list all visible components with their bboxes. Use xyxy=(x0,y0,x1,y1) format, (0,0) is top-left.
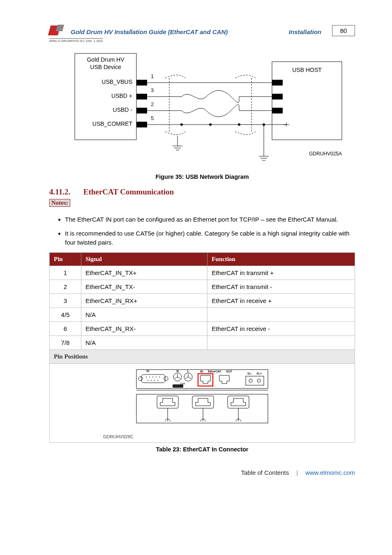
cell-pin: 2 xyxy=(50,280,81,294)
section-number: 4.11.2. xyxy=(49,187,81,197)
svg-text:EtherCAT: EtherCAT xyxy=(208,370,221,373)
svg-text:IN: IN xyxy=(200,370,203,373)
sig-dplus: USBD + xyxy=(111,92,132,99)
cell-function: EtherCAT in receive - xyxy=(208,322,355,336)
svg-point-43 xyxy=(157,380,158,381)
svg-point-35 xyxy=(146,377,147,377)
cell-function: EtherCAT in transmit - xyxy=(208,280,355,294)
svg-point-41 xyxy=(151,380,152,381)
svg-rect-49 xyxy=(173,384,183,388)
device-label-line2: USB Device xyxy=(90,64,121,70)
footer-separator: | xyxy=(296,469,298,476)
pin-positions-label: Pin Positions xyxy=(50,350,355,364)
cell-signal: EtherCAT_IN_RX- xyxy=(81,322,208,336)
table-row: 1 EtherCAT_IN_TX+ EtherCAT in transmit + xyxy=(50,266,355,280)
page-header: Gold Drum HV Installation Guide (EtherCA… xyxy=(49,25,355,36)
toc-link[interactable]: Table of Contents xyxy=(241,469,289,476)
svg-point-16 xyxy=(209,123,212,126)
svg-rect-5 xyxy=(136,94,147,99)
table-row: 7/8 N/A xyxy=(50,336,355,350)
cell-function xyxy=(208,336,355,350)
th-signal: Signal xyxy=(81,253,208,266)
ethercat-in-table: Pin Signal Function 1 EtherCAT_IN_TX+ Et… xyxy=(49,252,355,443)
pin-2: 2 xyxy=(151,101,154,107)
table-row: 3 EtherCAT_IN_RX+ EtherCAT in receive + xyxy=(50,294,355,308)
table-row: 6 EtherCAT_IN_RX- EtherCAT in receive - xyxy=(50,322,355,336)
cell-pin: 4/5 xyxy=(50,308,81,322)
device-label-line1: Gold Drum HV xyxy=(87,56,125,63)
doc-title: Gold Drum HV Installation Guide (EtherCA… xyxy=(70,28,286,36)
pin-5: 5 xyxy=(151,115,154,121)
svg-point-40 xyxy=(148,380,148,381)
svg-rect-2 xyxy=(136,80,147,86)
svg-point-17 xyxy=(238,123,240,126)
pin-1: 1 xyxy=(151,73,154,79)
pin-3: 3 xyxy=(151,87,154,93)
svg-point-37 xyxy=(152,377,153,377)
figure-drawing-code: GDRUHV025A xyxy=(309,151,342,157)
th-function: Function xyxy=(208,253,355,266)
notes-label: Notes: xyxy=(49,199,70,207)
svg-point-15 xyxy=(180,123,183,126)
table-row: 4/5 N/A xyxy=(50,308,355,322)
pin-positions-diagram-row: IO N L U xyxy=(50,364,355,443)
section-label: Installation xyxy=(289,28,325,36)
svg-point-38 xyxy=(156,377,157,377)
svg-text:IO: IO xyxy=(146,370,150,372)
svg-text:OUT: OUT xyxy=(226,370,233,373)
cell-signal: EtherCAT_IN_TX+ xyxy=(81,266,208,280)
table-row: 2 EtherCAT_IN_TX- EtherCAT in transmit - xyxy=(50,280,355,294)
svg-text:L: L xyxy=(187,370,189,372)
figure-35: Gold Drum HV USB Device USB HOST USB_VBU… xyxy=(49,49,355,170)
cell-function xyxy=(208,308,355,322)
cell-pin: 1 xyxy=(50,266,81,280)
svg-point-42 xyxy=(154,380,155,381)
figure-35-caption: Figure 35: USB Network Diagram xyxy=(49,173,355,180)
svg-text:N: N xyxy=(176,370,178,372)
cell-pin: 6 xyxy=(50,322,81,336)
cell-function: EtherCAT in receive + xyxy=(208,294,355,308)
cell-signal: N/A xyxy=(81,336,208,350)
pin-positions-header: Pin Positions xyxy=(50,350,355,364)
svg-rect-4 xyxy=(272,80,283,86)
connector-panel-diagram: IO N L U xyxy=(112,367,293,429)
svg-text:VL-: VL- xyxy=(247,372,252,375)
host-label: USB HOST xyxy=(292,67,322,73)
sig-dminus: USBD - xyxy=(113,106,133,113)
sig-vbus: USB_VBUS xyxy=(101,79,132,85)
usb-network-diagram: Gold Drum HV USB Device USB HOST USB_VBU… xyxy=(58,49,346,169)
doc-code: MAN-G-DRUMHVIG-EC (Ver. 1.202) xyxy=(49,38,103,43)
svg-point-36 xyxy=(149,377,150,377)
cell-signal: N/A xyxy=(81,308,208,322)
notes-list: The EtherCAT IN port can be configured a… xyxy=(58,215,355,247)
sig-comret: USB_COMRET xyxy=(92,120,133,127)
brand-logo xyxy=(49,25,67,36)
svg-rect-1 xyxy=(272,62,342,140)
table-drawing-code: GDRUHV028C xyxy=(103,434,350,439)
note-item: It is recommended to use CAT5e (or highe… xyxy=(65,229,355,247)
cell-pin: 3 xyxy=(50,294,81,308)
section-title: EtherCAT Communication xyxy=(83,187,174,196)
svg-rect-12 xyxy=(272,108,283,113)
cell-function: EtherCAT in transmit + xyxy=(208,266,355,280)
svg-rect-8 xyxy=(272,94,283,99)
cell-signal: EtherCAT_IN_RX+ xyxy=(81,294,208,308)
table-23-caption: Table 23: EtherCAT In Connector xyxy=(49,446,355,453)
page-footer: Table of Contents | www.elmomc.com xyxy=(49,469,355,476)
cell-pin: 7/8 xyxy=(50,336,81,350)
note-item: The EtherCAT IN port can be configured a… xyxy=(65,215,355,224)
page-number: 80 xyxy=(332,25,355,36)
section-heading: 4.11.2. EtherCAT Communication xyxy=(49,187,355,197)
svg-rect-13 xyxy=(136,122,147,127)
th-pin: Pin xyxy=(50,253,81,266)
cell-signal: EtherCAT_IN_TX- xyxy=(81,280,208,294)
svg-text:VL+: VL+ xyxy=(256,372,262,375)
website-link[interactable]: www.elmomc.com xyxy=(305,469,355,476)
svg-point-39 xyxy=(159,377,160,377)
svg-rect-9 xyxy=(136,108,147,113)
